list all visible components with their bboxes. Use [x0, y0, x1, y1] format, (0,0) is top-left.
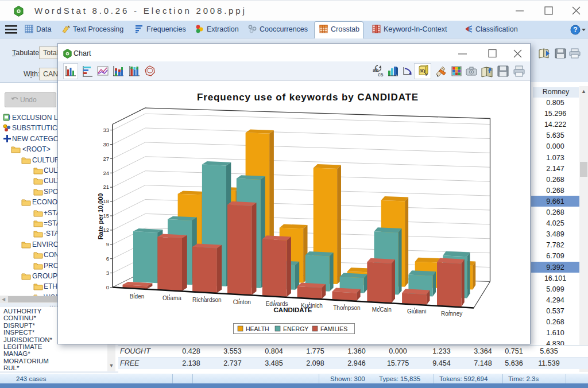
svg-text:FAMILIES: FAMILIES: [320, 325, 347, 332]
svg-text:18: 18: [103, 198, 109, 204]
svg-text:30: 30: [103, 141, 109, 148]
svg-text:Frequency use of keywords by C: Frequency use of keywords by CANDIDATE: [197, 92, 419, 103]
svg-text:Biden: Biden: [130, 293, 145, 300]
svg-text:HEALTH: HEALTH: [246, 325, 269, 332]
svg-text:Romney: Romney: [441, 311, 462, 317]
svg-text:33: 33: [103, 127, 109, 133]
svg-text:Richardson: Richardson: [192, 297, 222, 303]
svg-text:6: 6: [106, 255, 109, 262]
svg-text:?: ?: [573, 26, 577, 34]
svg-text:27: 27: [103, 156, 109, 162]
svg-text:Rate per 10,000: Rate per 10,000: [97, 193, 104, 240]
svg-text:21: 21: [103, 184, 109, 190]
svg-text:Giuliani: Giuliani: [407, 308, 426, 315]
svg-text:c5: c5: [378, 72, 384, 77]
svg-text:9: 9: [106, 241, 109, 247]
svg-text:CANDIDATE: CANDIDATE: [274, 306, 312, 313]
svg-text:3: 3: [106, 270, 109, 276]
svg-text:15: 15: [103, 212, 109, 219]
svg-text:Obama: Obama: [163, 295, 181, 301]
svg-text:24: 24: [103, 170, 109, 176]
svg-text:McCain: McCain: [372, 306, 392, 313]
svg-text:Clinton: Clinton: [233, 299, 251, 305]
svg-text:ENERGY: ENERGY: [283, 325, 308, 332]
svg-text:12: 12: [103, 227, 109, 233]
svg-text:Thompson: Thompson: [333, 305, 360, 311]
svg-text:0: 0: [106, 284, 109, 290]
